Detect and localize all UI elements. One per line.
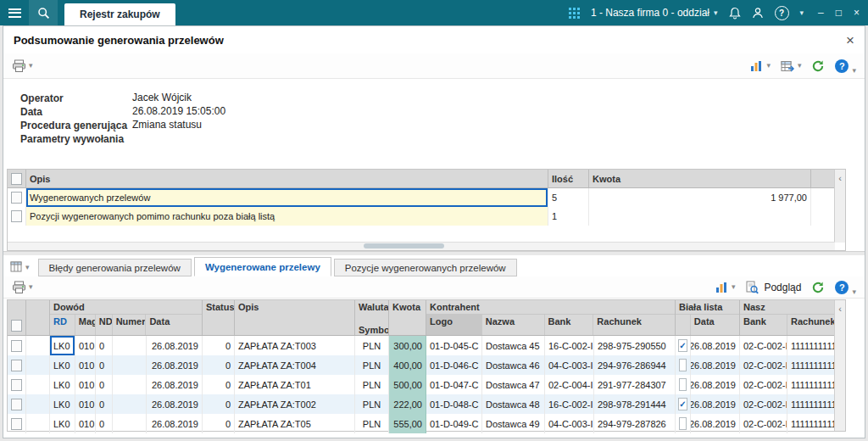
table-row[interactable]: LK0 010 0 26.08.2019 0 ZAPŁATA ZA:T01 PL… [8,375,835,394]
cell-nasz-rachunek[interactable]: 1111111111-1111111111 [787,414,835,433]
cell-status[interactable]: 0 [203,375,235,394]
cell-waluta[interactable]: PLN [355,394,389,414]
cell-mag[interactable]: 010 [75,336,96,355]
cell-data[interactable]: 26.08.2019 [147,375,203,394]
cell-nazwa[interactable]: Dostawca 48 [482,394,545,414]
horizontal-scrollbar[interactable] [8,242,835,250]
header-opis[interactable]: Opis [235,300,355,335]
cell-bank[interactable]: 02-C-004-I [545,375,594,394]
table-row[interactable]: Wygenerowanych przelewów 5 1 977,00 [8,188,835,207]
cell-waluta[interactable]: PLN [355,375,389,394]
checkbox-cell[interactable] [8,207,26,226]
cell-nasz-bank[interactable]: 02-C-002-I [740,414,787,433]
cell-rd[interactable]: LK0 [50,355,75,375]
whitelist-checkbox[interactable] [679,417,687,430]
chevron-down-icon[interactable]: ▾ [852,67,856,75]
cell-kwota[interactable]: 1 977,00 [589,188,811,207]
refresh-button[interactable] [811,281,825,294]
header-nd[interactable]: ND [96,315,113,335]
cell-nasz-bank[interactable]: 02-C-002-I [740,336,787,355]
cell-logo[interactable]: 01-D-049-C [426,414,482,433]
export-button[interactable]: ▾ [781,60,802,72]
column-scroll-left[interactable]: ‹ [834,170,845,243]
cell-kwota[interactable]: 400,00 [389,355,426,375]
cell-nd[interactable]: 0 [96,355,113,375]
header-numer[interactable]: Numer [113,315,147,335]
header-status[interactable]: Status [203,300,235,335]
cell-kwota[interactable] [589,207,811,226]
cell-ilosc[interactable]: 1 [548,207,589,226]
cell-numer[interactable] [113,355,147,375]
scrollbar-thumb[interactable] [364,243,444,248]
select-all-checkbox[interactable] [11,173,22,185]
cell-kwota[interactable]: 300,00 [389,336,426,355]
row-checkbox[interactable] [11,210,22,222]
cell-rachunek[interactable]: 298-978-291444 [594,394,676,414]
cell-data[interactable]: 26.08.2019 [147,336,203,355]
header-kwota[interactable]: Kwota [389,300,426,335]
cell-nasz-rachunek[interactable]: 1111111111-1111111111 [787,336,835,355]
checkbox-cell[interactable] [8,394,26,414]
chart-button[interactable]: ▾ [715,282,736,293]
cell-wl-data[interactable]: 26.08.2019 [691,355,740,375]
cell-mag[interactable]: 010 [75,355,96,375]
tab-rejestr-zakupow[interactable]: Rejestr zakupów [64,3,175,25]
cell-nd[interactable]: 0 [96,414,113,433]
cell-opis[interactable]: ZAPŁATA ZA:T003 [235,336,355,355]
cell-nd[interactable]: 0 [96,375,113,394]
row-checkbox[interactable] [11,192,22,204]
help-button[interactable]: ? [835,59,849,73]
cell-kwota[interactable]: 555,00 [389,414,426,433]
cell-logo[interactable]: 01-D-046-C [426,355,482,375]
minimize-button[interactable]: – [818,7,824,19]
grid-settings-button[interactable]: ▾ [10,261,30,273]
whitelist-checkbox[interactable] [679,378,687,391]
cell-nazwa[interactable]: Dostawca 49 [482,414,545,433]
cell-wl-data[interactable]: 26.08.2019 [691,336,740,355]
cell-data[interactable]: 26.08.2019 [147,355,203,375]
cell-status[interactable]: 0 [203,355,235,375]
header-waluta[interactable]: Waluta Symbol [355,300,389,335]
cell-rd[interactable]: LK0 [50,414,75,433]
cell-kwota[interactable]: 500,00 [389,375,426,394]
chevron-down-icon[interactable]: ▾ [852,288,856,296]
dialog-close-button[interactable]: × [846,33,854,47]
header-rd[interactable]: RD [50,315,75,335]
help-icon[interactable]: ? [775,6,789,20]
cell-status[interactable]: 0 [203,394,235,414]
header-ilosc[interactable]: Ilość [548,170,589,188]
header-symbol[interactable]: Symbol [355,323,388,335]
cell-opis[interactable]: Pozycji wygenerowanych pomimo rachunku p… [26,207,548,226]
print-button[interactable]: ▾ [12,59,33,73]
cell-rd[interactable]: LK0 [50,375,75,394]
table-row[interactable]: LK0 010 0 26.08.2019 0 ZAPŁATA ZA:T003 P… [8,336,835,355]
bell-icon[interactable] [729,7,741,20]
header-nazwa[interactable]: Nazwa [482,315,545,335]
cell-nazwa[interactable]: Dostawca 46 [482,355,545,375]
cell-numer[interactable] [113,336,147,355]
cell-bank[interactable]: 04-C-003-I [545,414,594,433]
print-button[interactable]: ▾ [12,281,33,294]
help-button[interactable]: ? [835,281,849,294]
cell-data[interactable]: 26.08.2019 [147,394,203,414]
cell-bank[interactable]: 16-C-002-I [545,336,594,355]
cell-waluta[interactable]: PLN [355,414,389,433]
cell-nasz-rachunek[interactable]: 1111111111-1111111111 [787,394,835,414]
cell-waluta[interactable]: PLN [355,336,389,355]
row-checkbox[interactable] [11,418,22,430]
cell-bank[interactable]: 04-C-003-I [545,355,594,375]
cell-nd[interactable]: 0 [96,336,113,355]
chart-button[interactable]: ▾ [750,60,771,72]
checkbox-cell[interactable] [8,188,26,207]
table-row[interactable]: Pozycji wygenerowanych pomimo rachunku p… [8,207,835,226]
table-row[interactable]: LK0 010 0 26.08.2019 0 ZAPŁATA ZA:T002 P… [8,394,835,414]
whitelist-checkbox[interactable] [679,359,687,371]
cell-nasz-bank[interactable]: 02-C-002-I [740,375,787,394]
cell-nasz-bank[interactable]: 02-C-002-I [740,394,787,414]
header-nasz-bank[interactable]: Bank [740,315,787,335]
refresh-button[interactable] [811,59,825,73]
cell-opis[interactable]: ZAPŁATA ZA:T004 [235,355,355,375]
cell-wl-data[interactable]: 26.08.2019 [691,394,740,414]
whitelist-checkbox[interactable]: ✓ [678,339,687,352]
header-mag[interactable]: Mag [75,315,96,335]
